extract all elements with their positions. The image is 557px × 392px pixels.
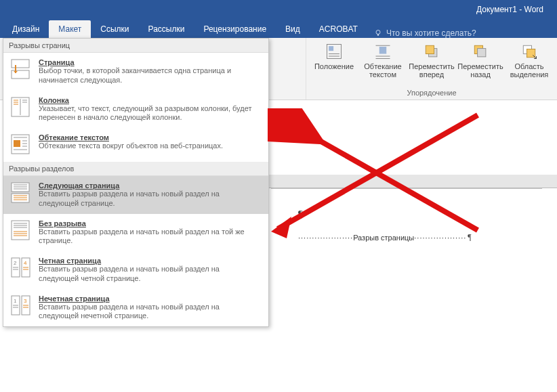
break-nextpage-item[interactable]: Следующая страница Вставить разрыв разде… (3, 176, 268, 214)
page-breaks-header: Разрывы страниц (3, 39, 268, 53)
page-break-label: Разрыв страницы (353, 234, 414, 242)
wrap-text-icon (373, 42, 392, 61)
bring-forward-icon (422, 42, 441, 61)
dots-left: ···················· (298, 234, 353, 242)
break-continuous-item[interactable]: Без разрыва Вставить разрыв раздела и на… (3, 214, 268, 252)
position-label: Положение (314, 62, 354, 70)
svg-text:1: 1 (14, 298, 17, 304)
bring-forward-button[interactable]: Переместить вперед (409, 39, 454, 79)
break-page-icon (10, 58, 32, 81)
paragraph-mark: ¶ (468, 232, 471, 242)
tab-review[interactable]: Рецензирование (194, 20, 276, 38)
break-nextpage-desc: Вставить разрыв раздела и начать новый р… (39, 190, 262, 209)
tab-layout[interactable]: Макет (49, 20, 91, 38)
svg-point-0 (376, 30, 380, 35)
break-page-desc: Выбор точки, в которой заканчивается одн… (39, 66, 262, 85)
svg-rect-15 (478, 49, 486, 57)
svg-rect-1 (377, 35, 379, 36)
break-odd-icon: 13 (10, 295, 32, 318)
break-continuous-icon (10, 219, 32, 242)
arrange-group-label: Упорядочение (407, 89, 457, 98)
tab-references[interactable]: Ссылки (91, 20, 138, 38)
break-nextpage-icon (10, 181, 32, 204)
breaks-dropdown: Разрывы страниц Страница Выбор точки, в … (3, 38, 269, 327)
wrap-text-label: Обтекание текстом (360, 62, 405, 79)
send-backward-button[interactable]: Переместить назад (458, 39, 503, 79)
break-odd-title: Нечетная страница (39, 295, 262, 303)
dots-right: ··················· (414, 234, 466, 242)
title-bar: Документ1 - Word (0, 0, 557, 19)
document-page[interactable]: ¶ ···················· Разрыв страницы ·… (271, 188, 542, 391)
wrap-text-button[interactable]: Обтекание текстом (360, 39, 405, 79)
send-backward-label: Переместить назад (457, 62, 503, 79)
bring-forward-label: Переместить вперед (409, 62, 454, 79)
page-break-indicator: ···················· Разрыв страницы ···… (298, 232, 515, 242)
break-continuous-title: Без разрыва (39, 219, 262, 227)
break-nextpage-title: Следующая страница (39, 181, 262, 190)
svg-text:4: 4 (24, 260, 27, 266)
break-textwrap-icon (10, 133, 32, 156)
break-column-desc: Указывает, что текст, следующий за разры… (39, 104, 262, 123)
paragraph-mark: ¶ (298, 209, 515, 220)
break-column-item[interactable]: Колонка Указывает, что текст, следующий … (3, 91, 268, 129)
tell-me-box[interactable]: Что вы хотите сделать? (367, 28, 483, 38)
break-textwrap-desc: Обтекание текста вокруг объектов на веб-… (39, 141, 262, 151)
selection-pane-icon (520, 42, 539, 61)
break-column-icon (10, 96, 32, 119)
break-textwrap-title: Обтекание текстом (39, 133, 262, 141)
tab-mailings[interactable]: Рассылки (139, 20, 194, 38)
svg-rect-5 (329, 46, 333, 51)
tell-me-label: Что вы хотите сделать? (386, 28, 476, 38)
svg-rect-18 (12, 60, 29, 68)
break-page-title: Страница (39, 58, 262, 66)
position-icon (325, 42, 344, 61)
section-breaks-header: Разрывы разделов (3, 162, 268, 176)
window-title: Документ1 - Word (476, 5, 543, 14)
break-even-item[interactable]: 24 Четная страница Вставить разрыв разде… (3, 251, 268, 289)
svg-rect-28 (14, 140, 20, 147)
tab-view[interactable]: Вид (276, 20, 310, 38)
send-backward-icon (471, 42, 490, 61)
svg-text:2: 2 (14, 260, 17, 266)
selection-pane-button[interactable]: Область выделения (507, 39, 552, 79)
svg-text:3: 3 (24, 298, 27, 304)
bulb-icon (374, 29, 382, 37)
ribbon-tabs: Дизайн Макет Ссылки Рассылки Рецензирова… (0, 19, 557, 38)
break-even-title: Четная страница (39, 257, 262, 265)
break-even-desc: Вставить разрыв раздела и начать новый р… (39, 265, 262, 284)
break-odd-desc: Вставить разрыв раздела и начать новый р… (39, 303, 262, 322)
break-column-title: Колонка (39, 96, 262, 104)
break-page-item[interactable]: Страница Выбор точки, в которой заканчив… (3, 53, 268, 91)
break-textwrap-item[interactable]: Обтекание текстом Обтекание текста вокру… (3, 128, 268, 162)
break-odd-item[interactable]: 13 Нечетная страница Вставить разрыв раз… (3, 289, 268, 327)
tab-design[interactable]: Дизайн (3, 20, 49, 38)
position-button[interactable]: Положение (312, 39, 356, 70)
selection-pane-label: Область выделения (507, 62, 552, 79)
svg-rect-13 (426, 45, 434, 53)
break-continuous-desc: Вставить разрыв раздела и начать новый р… (39, 227, 262, 246)
svg-rect-8 (379, 47, 387, 54)
tab-acrobat[interactable]: ACROBAT (310, 20, 367, 38)
break-even-icon: 24 (10, 257, 32, 280)
